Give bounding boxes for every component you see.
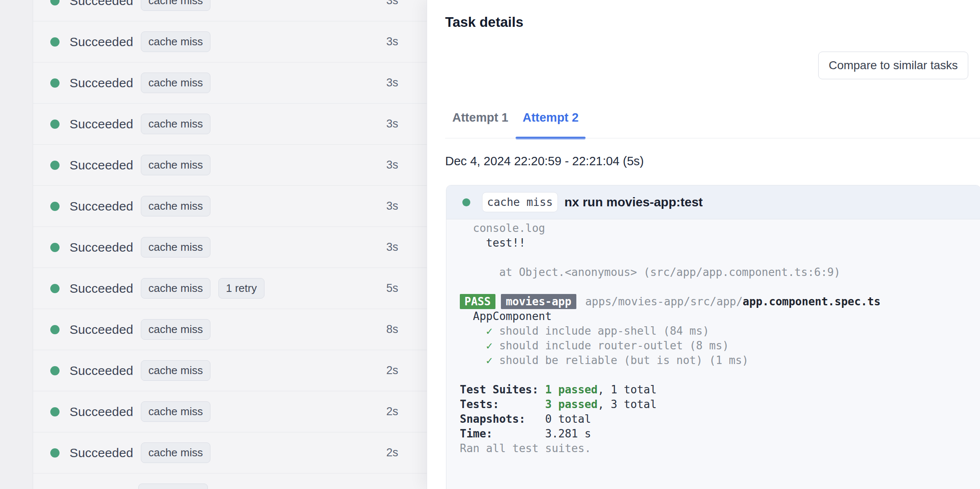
terminal-segment: should include app-shell (84 ms) <box>499 325 709 337</box>
task-status: Succeeded <box>70 405 133 419</box>
pass-badge: PASS <box>460 294 495 309</box>
task-status: Succeeded <box>70 35 133 49</box>
status-dot-icon <box>50 161 60 170</box>
terminal-segment: 3.281 s <box>545 427 591 440</box>
status-dot-icon <box>50 407 60 416</box>
task-duration: 3s <box>386 35 398 48</box>
terminal-line: Test Suites: 1 passed, 1 total <box>460 382 980 397</box>
task-row[interactable]: Succeededcache miss3s <box>33 227 427 268</box>
task-row[interactable]: cache miss <box>33 473 427 489</box>
terminal-segment: Tests: <box>460 398 545 411</box>
task-list: Succeededcache miss3sSucceededcache miss… <box>33 0 427 489</box>
terminal-segment: Snapshots: <box>460 413 545 425</box>
task-row[interactable]: Succeededcache miss2s <box>33 432 427 473</box>
tabs-divider <box>445 138 980 138</box>
terminal-segment: console.log <box>460 222 545 234</box>
status-dot-icon <box>50 284 60 293</box>
task-row[interactable]: Succeededcache miss8s <box>33 309 427 350</box>
page-title: Task details <box>445 14 523 30</box>
terminal-line: ✓ should be reliable (but is not) (1 ms) <box>460 353 980 368</box>
status-dot-icon <box>50 120 60 129</box>
status-dot-icon <box>50 37 60 47</box>
task-row[interactable]: Succeededcache miss3s <box>33 21 427 62</box>
terminal-line: Tests: 3 passed, 3 total <box>460 397 980 412</box>
task-status: Succeeded <box>70 240 133 255</box>
terminal-segment: should be reliable (but is not) (1 ms) <box>499 354 749 367</box>
terminal-segment: ✓ <box>460 354 499 367</box>
task-status: Succeeded <box>70 446 133 460</box>
task-status: Succeeded <box>70 323 133 337</box>
task-duration: 8s <box>386 323 398 336</box>
task-command: nx run movies-app:test <box>565 195 703 209</box>
terminal-segment: 0 total <box>545 413 591 425</box>
task-duration: 3s <box>386 241 398 254</box>
left-gutter <box>0 0 33 489</box>
attempt-tabs: Attempt 1 Attempt 2 <box>445 110 586 139</box>
status-dot-icon <box>50 0 60 5</box>
terminal-line <box>460 280 980 294</box>
task-duration: 2s <box>386 446 398 459</box>
terminal-segment: Test Suites: <box>460 383 545 396</box>
terminal-line: AppComponent <box>460 309 980 324</box>
terminal-line: ✓ should include app-shell (84 ms) <box>460 324 980 338</box>
task-status: Succeeded <box>70 158 133 172</box>
status-dot-icon <box>50 366 60 375</box>
cache-status-badge: cache miss <box>141 319 210 340</box>
tab-attempt-2[interactable]: Attempt 2 <box>516 110 586 139</box>
terminal-segment: at Object.<anonymous> (src/app/app.compo… <box>460 266 840 278</box>
task-row[interactable]: Succeededcache miss2s <box>33 391 427 432</box>
terminal-line: Time: 3.281 s <box>460 427 980 441</box>
compare-to-similar-tasks-button[interactable]: Compare to similar tasks <box>818 52 968 79</box>
task-duration: 5s <box>386 282 398 295</box>
task-row[interactable]: Succeededcache miss3s <box>33 104 427 145</box>
cache-status-badge: cache miss <box>141 31 210 52</box>
task-row[interactable]: Succeededcache miss3s <box>33 145 427 186</box>
task-duration: 2s <box>386 364 398 377</box>
task-status: Succeeded <box>70 364 133 378</box>
cache-status-badge: cache miss <box>141 401 210 422</box>
task-row[interactable]: Succeededcache miss3s <box>33 0 427 21</box>
terminal-line <box>460 250 980 265</box>
terminal-segment: should include router-outlet (8 ms) <box>499 339 729 352</box>
task-status: Succeeded <box>70 199 133 213</box>
task-status: Succeeded <box>70 117 133 131</box>
project-badge: movies-app <box>501 294 577 309</box>
terminal-line: console.log <box>460 221 980 236</box>
terminal-line: Snapshots: 0 total <box>460 412 980 427</box>
terminal-segment: ✓ <box>460 339 499 352</box>
task-status: Succeeded <box>70 281 133 296</box>
status-dot-icon <box>50 202 60 211</box>
task-duration: 3s <box>386 0 398 7</box>
cache-status-badge: cache miss <box>141 442 210 463</box>
task-output-card: cache miss nx run movies-app:test consol… <box>446 185 980 489</box>
terminal-segment: Ran all test suites. <box>460 442 591 455</box>
task-details-panel: Task details Compare to similar tasks At… <box>427 0 980 489</box>
task-row[interactable]: Succeededcache miss2s <box>33 350 427 391</box>
cache-status-badge: cache miss <box>141 155 210 175</box>
cache-status-badge: cache miss <box>141 278 210 299</box>
cache-status-badge: cache miss <box>138 484 208 489</box>
terminal-segment: 1 passed <box>545 383 598 396</box>
cache-status-badge: cache miss <box>141 73 210 93</box>
task-duration: 2s <box>386 405 398 418</box>
attempt-date-range: Dec 4, 2024 22:20:59 - 22:21:04 (5s) <box>445 154 644 168</box>
status-dot-icon <box>50 448 60 458</box>
task-row[interactable]: Succeededcache miss1 retry5s <box>33 268 427 309</box>
status-dot-icon <box>50 243 60 252</box>
status-dot-icon <box>50 325 60 334</box>
terminal-line: PASSmovies-appapps/movies-app/src/app/ap… <box>460 294 980 309</box>
cache-status-badge: cache miss <box>482 192 558 212</box>
cache-status-badge: cache miss <box>141 114 210 134</box>
terminal-output: console.log test!! at Object.<anonymous>… <box>446 219 980 456</box>
terminal-segment: Time: <box>460 427 545 440</box>
task-row[interactable]: Succeededcache miss3s <box>33 62 427 104</box>
terminal-line: test!! <box>460 236 980 250</box>
terminal-line <box>460 368 980 382</box>
task-duration: 3s <box>386 76 398 89</box>
tab-attempt-1[interactable]: Attempt 1 <box>445 110 516 139</box>
task-status: Succeeded <box>70 0 133 8</box>
cache-status-badge: cache miss <box>141 360 210 381</box>
terminal-segment: app.component.spec.ts <box>743 295 881 308</box>
task-row[interactable]: Succeededcache miss3s <box>33 186 427 227</box>
terminal-segment: test!! <box>460 237 526 249</box>
